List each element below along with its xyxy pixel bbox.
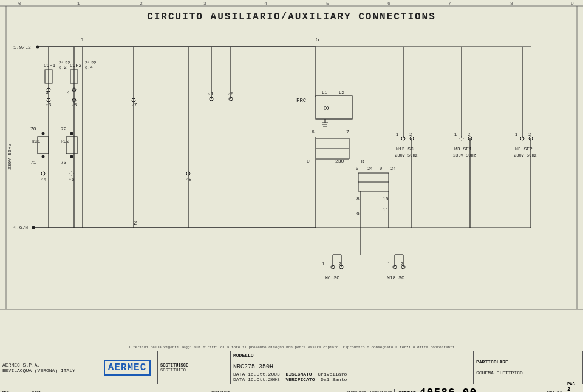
svg-text:1: 1 [77,1,80,6]
footer-bottom-row: ING DATA MODIFICHE DISEGNATO VERIFICATO … [0,384,583,392]
svg-text:2: 2 [528,132,531,137]
svg-text:2: 2 [134,220,137,226]
svg-text:24: 24 [367,166,372,171]
svg-text:1.9/N: 1.9/N [13,225,28,231]
svg-text:4: 4 [264,1,267,6]
svg-text:5: 5 [316,37,319,43]
svg-text:0: 0 [307,158,310,164]
footer-top-row: AERMEC S.P.A. BEVILACQUA (VERONA) ITALY … [0,351,583,384]
svg-text:◦8: ◦8 [186,177,192,182]
svg-text:24: 24 [390,166,395,171]
logo-area: AERMEC [97,351,158,384]
svg-text:1: 1 [515,132,517,137]
pag-label: PAG [567,382,581,387]
data2: DATA 16.Ott.2003 [233,377,280,382]
model-info: MODELLO NRC275-350H DATA 16.Ott.2003 DIS… [231,351,474,384]
svg-text:11: 11 [383,207,389,212]
svg-text:0: 0 [18,1,21,6]
svg-text:10: 10 [383,196,389,201]
pag-area: PAG 2 DI 6 [565,380,583,392]
dis-value: Crivellaro [318,371,347,377]
codice-label: CODICE [398,390,416,393]
svg-text:M3 SE2: M3 SE2 [515,146,533,152]
codice-area: CODICE 40586.00 [395,385,528,392]
svg-text:2: 2 [409,132,412,137]
dis-label1: DISEGNATO [285,371,312,377]
svg-text:71: 71 [30,160,36,165]
svg-text:2: 2 [468,132,470,137]
codice-number: 40586.00 [420,387,477,392]
company-name: AERMEC S.P.A. [2,362,94,368]
pag-num: 2 [567,387,581,392]
svg-text:1: 1 [454,132,457,137]
svg-text:CIRCUITO AUSILIARIO/AUXILIARY : CIRCUITO AUSILIARIO/AUXILIARY CONNECTION… [147,12,436,22]
svg-text:230V 50Hz: 230V 50Hz [395,153,418,158]
model-value: NRC275-350H [233,363,471,370]
svg-text:◦2: ◦2 [227,91,233,96]
main-container: 0 1 2 3 4 5 6 7 8 9 CIRCUITO AUSILIARIO/… [0,0,583,392]
svg-text:◦1: ◦1 [208,91,214,96]
svg-text:1: 1 [396,132,398,137]
svg-text:∞: ∞ [324,103,329,113]
svg-text:6: 6 [312,129,315,135]
svg-text:0: 0 [356,166,358,171]
svg-text:22: 22 [91,61,96,66]
svg-text:◦6: ◦6 [69,177,75,182]
svg-text:6: 6 [387,1,390,6]
uni-area: UNI A3 [528,389,565,392]
copyright-text: I termini della vigenti leggi sui diritt… [0,345,583,350]
footer: AERMEC S.P.A. BEVILACQUA (VERONA) ITALY … [0,351,583,392]
svg-text:L2: L2 [339,90,344,95]
svg-text:9: 9 [571,1,574,6]
particular-label: PARTICOLARE [476,359,580,365]
footer-bottom-data: DATA [30,389,97,392]
ver-label: VERIFICATO [285,377,315,382]
svg-text:◦4: ◦4 [41,177,47,182]
model-label: MODELLO [233,353,471,358]
svg-text:230V 50Hz: 230V 50Hz [7,144,12,170]
svg-text:L1: L1 [322,90,327,95]
svg-text:1: 1 [81,37,84,43]
svg-text:1: 1 [322,262,324,266]
svg-text:1.9/L2: 1.9/L2 [13,44,31,50]
svg-text:M6 SC: M6 SC [325,275,339,280]
particular-info: PARTICOLARE SCHEMA ELETTRICO [474,351,583,384]
data1: DATA 16.Ott.2003 [233,371,280,377]
svg-text:230V 50Hz: 230V 50Hz [453,153,476,158]
institute-label: SOSTITUITO [160,368,228,373]
svg-text:5: 5 [326,1,329,6]
svg-text:3: 3 [203,1,206,6]
ver-value: Dal Santo [321,377,347,382]
svg-text:RC2: RC2 [61,138,70,144]
particular-value: SCHEMA ELETTRICO [476,370,580,376]
svg-rect-0 [0,0,583,352]
svg-text:72: 72 [61,126,67,132]
svg-point-61 [70,155,73,158]
svg-text:8: 8 [356,196,360,201]
svg-text:M3 SE1: M3 SE1 [454,146,472,152]
svg-text:70: 70 [30,126,36,132]
svg-text:◦7: ◦7 [131,102,137,107]
svg-text:4: 4 [67,90,70,95]
svg-text:7: 7 [448,1,451,6]
logo: AERMEC [104,360,151,376]
svg-text:8: 8 [510,1,513,6]
substitute-label: SOSTITUISCE [160,363,228,368]
footer-bottom-mod: MODIFICHE [97,389,344,392]
svg-text:7: 7 [346,129,349,135]
svg-point-60 [70,132,73,135]
svg-text:q.2: q.2 [59,65,67,70]
svg-text:CCP2: CCP2 [70,63,81,68]
svg-text:RC1: RC1 [32,138,41,144]
svg-text:1: 1 [387,262,390,266]
svg-text:q.4: q.4 [85,65,93,70]
company-info: AERMEC S.P.A. BEVILACQUA (VERONA) ITALY [0,351,97,384]
svg-point-55 [42,155,45,158]
svg-text:CCP1: CCP1 [44,63,55,68]
svg-text:0: 0 [380,166,382,171]
svg-text:230V 50Hz: 230V 50Hz [514,153,537,158]
company-address: BEVILACQUA (VERONA) ITALY [2,368,94,373]
svg-text:TR: TR [358,158,364,164]
footer-bottom-dis: DISEGNATO VERIFICATO [344,389,395,392]
footer-bottom-left: ING [0,389,30,392]
